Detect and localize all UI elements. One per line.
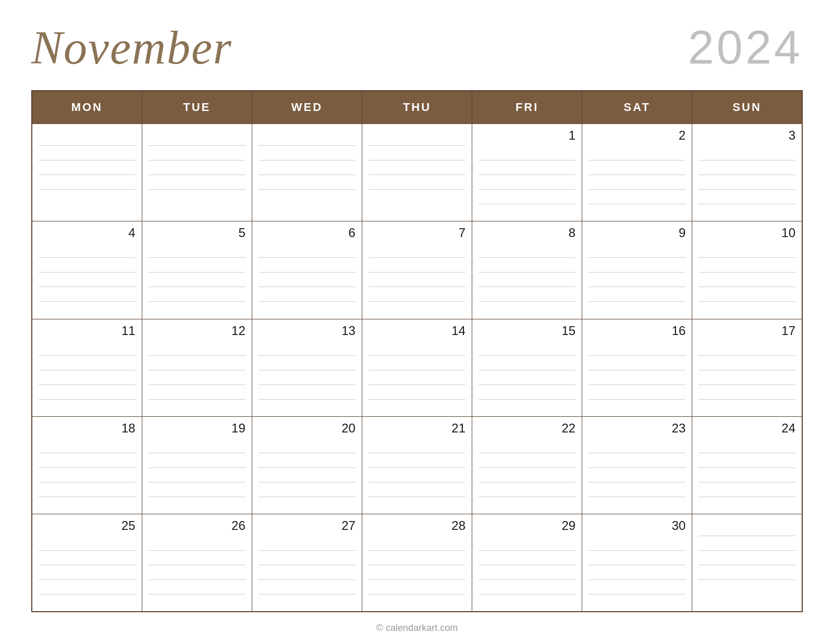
- year-title: 2024: [688, 21, 803, 75]
- line: [479, 551, 575, 565]
- line: [259, 439, 355, 453]
- day-cell-12: 12: [142, 319, 252, 416]
- line: [479, 482, 575, 497]
- day-number: 1: [479, 128, 575, 143]
- footer: © calendarkart.com: [376, 623, 458, 634]
- day-number: 25: [39, 518, 136, 533]
- day-lines: [588, 341, 685, 400]
- day-cell-27: 27: [252, 514, 362, 612]
- line: [39, 160, 136, 175]
- week-row-2: 45678910: [32, 221, 802, 319]
- day-cell-13: 13: [252, 319, 362, 416]
- day-cell-14: 14: [362, 319, 472, 416]
- day-number: 13: [259, 324, 355, 338]
- day-cell-19: 19: [142, 416, 252, 514]
- line: [588, 551, 685, 565]
- line: [39, 565, 136, 580]
- line: [588, 370, 685, 385]
- line: [259, 287, 355, 302]
- line: [149, 287, 246, 302]
- line: [39, 482, 136, 497]
- day-header-tue: TUE: [142, 91, 252, 124]
- line: [588, 565, 685, 580]
- line: [479, 287, 575, 302]
- line: [479, 273, 575, 287]
- line: [39, 273, 136, 287]
- day-number: 21: [369, 421, 465, 436]
- day-header-row: MONTUEWEDTHUFRISATSUN: [32, 91, 802, 124]
- line: [588, 356, 685, 370]
- line: [259, 565, 355, 580]
- line: [588, 453, 685, 468]
- line: [259, 453, 355, 468]
- line: [39, 439, 136, 453]
- line: [698, 468, 795, 482]
- line: [698, 551, 795, 565]
- line: [149, 341, 246, 356]
- day-cell-9: 9: [582, 221, 692, 319]
- line: [588, 190, 685, 204]
- empty-cell: [252, 124, 362, 221]
- day-cell-21: 21: [362, 416, 472, 514]
- day-lines: [259, 341, 355, 400]
- day-lines: [698, 243, 795, 302]
- line: [259, 551, 355, 565]
- day-lines: [479, 146, 575, 204]
- day-lines: [698, 439, 795, 497]
- line: [149, 146, 246, 160]
- day-header-sat: SAT: [582, 91, 692, 124]
- day-header-wed: WED: [252, 91, 362, 124]
- day-cell-26: 26: [142, 514, 252, 612]
- week-row-5: 252627282930: [32, 514, 802, 612]
- day-number: 6: [259, 226, 355, 240]
- line: [588, 580, 685, 595]
- day-number: 17: [698, 324, 795, 338]
- line: [698, 160, 795, 175]
- line: [588, 439, 685, 453]
- line: [149, 370, 246, 385]
- line: [479, 243, 575, 258]
- day-lines: [259, 439, 355, 497]
- line: [259, 160, 355, 175]
- line: [369, 439, 465, 453]
- line: [369, 131, 465, 146]
- day-header-mon: MON: [32, 91, 142, 124]
- line: [149, 131, 246, 146]
- day-cell-6: 6: [252, 221, 362, 319]
- day-number: 29: [479, 518, 575, 533]
- week-row-4: 18192021222324: [32, 416, 802, 514]
- line: [698, 482, 795, 497]
- day-cell-15: 15: [472, 319, 582, 416]
- line: [259, 258, 355, 273]
- line: [479, 341, 575, 356]
- day-lines: [149, 341, 246, 400]
- line: [479, 258, 575, 273]
- line: [39, 243, 136, 258]
- line: [369, 273, 465, 287]
- day-lines: [479, 439, 575, 497]
- day-number: 24: [698, 421, 795, 436]
- day-cell-16: 16: [582, 319, 692, 416]
- line: [698, 175, 795, 190]
- line: [698, 190, 795, 204]
- empty-cell: [362, 124, 472, 221]
- day-lines: [588, 243, 685, 302]
- day-lines: [149, 439, 246, 497]
- day-number: 19: [149, 421, 246, 436]
- line: [369, 551, 465, 565]
- day-number: 27: [259, 518, 355, 533]
- day-lines: [259, 131, 355, 190]
- line: [39, 551, 136, 565]
- day-lines: [369, 243, 465, 302]
- day-number: 16: [588, 324, 685, 338]
- day-cell-17: 17: [692, 319, 802, 416]
- line: [149, 160, 246, 175]
- day-cell-20: 20: [252, 416, 362, 514]
- line: [588, 385, 685, 400]
- line: [39, 453, 136, 468]
- line: [698, 439, 795, 453]
- line: [479, 385, 575, 400]
- day-cell-4: 4: [32, 221, 142, 319]
- line: [698, 522, 795, 536]
- day-number: 10: [698, 226, 795, 240]
